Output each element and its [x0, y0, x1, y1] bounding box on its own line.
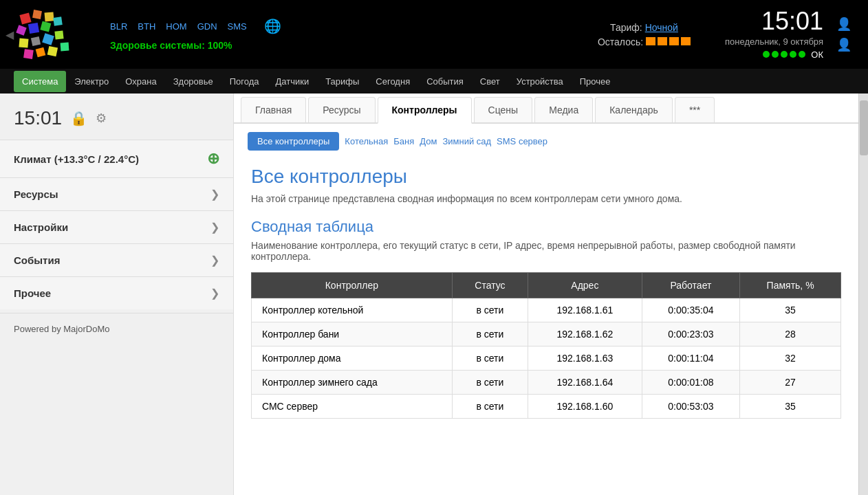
filter-zimniy-sad[interactable]: Зимний сад — [442, 132, 491, 151]
tab-more[interactable]: *** — [675, 97, 715, 122]
tariff-value-link[interactable]: Ночной — [645, 22, 678, 33]
lock-icon[interactable]: 🔒 — [70, 110, 87, 126]
ostalos-bars — [646, 37, 691, 45]
cell-status: в сети — [452, 298, 528, 322]
cell-memory: 27 — [740, 371, 841, 395]
nav-sms[interactable]: SMS — [228, 21, 247, 32]
scrollbar[interactable] — [858, 94, 868, 495]
svg-rect-6 — [53, 16, 63, 26]
status-dot-2 — [772, 51, 779, 58]
svg-rect-14 — [61, 43, 69, 52]
section-description: Наименование контроллера, его текущий ст… — [251, 240, 841, 262]
tariff-text: Тариф: Ночной — [598, 22, 691, 33]
table-row[interactable]: Контроллер бани в сети 192.168.1.62 0:00… — [252, 322, 841, 346]
ostalos-bar-4 — [681, 37, 691, 45]
nav-elektro[interactable]: Электро — [66, 71, 117, 92]
table-row[interactable]: СМС сервер в сети 192.168.1.60 0:00:53:0… — [252, 395, 841, 419]
tariff-label: Тариф: — [610, 22, 642, 33]
filter-kotelnaya[interactable]: Котельная — [345, 132, 388, 151]
ostalos-label: Осталось: — [598, 36, 643, 47]
filter-all[interactable]: Все контроллеры — [248, 132, 339, 151]
filter-sms-server[interactable]: SMS сервер — [497, 132, 547, 151]
scrollbar-thumb[interactable] — [860, 100, 868, 155]
nav-prochee[interactable]: Прочее — [572, 71, 619, 92]
tab-stseny[interactable]: Сцены — [474, 97, 533, 122]
nav-zdorovye[interactable]: Здоровье — [165, 71, 221, 92]
main-content: Главная Ресурсы Контроллеры Сцены Медиа … — [234, 94, 858, 495]
health-value: 100% — [208, 40, 232, 51]
tab-glavnaya[interactable]: Главная — [241, 97, 306, 122]
cell-status: в сети — [452, 395, 528, 419]
nav-ustroystva[interactable]: Устройства — [508, 71, 572, 92]
user-inactive-icon[interactable]: 👤 — [836, 37, 851, 52]
sidebar-item-nastroyki-label: Настройки — [14, 221, 68, 233]
tab-kontrollery[interactable]: Контроллеры — [378, 97, 472, 124]
nav-links-area: BLR BTH HOM GDN SMS 🌐 Здоровье системы: … — [96, 18, 577, 51]
status-dots — [763, 51, 805, 58]
table-row[interactable]: Контроллер котельной в сети 192.168.1.61… — [252, 298, 841, 322]
tabs-row: Главная Ресурсы Контроллеры Сцены Медиа … — [234, 94, 858, 124]
logo-area — [14, 7, 96, 62]
svg-rect-11 — [23, 49, 34, 59]
section-title: Сводная таблица — [251, 218, 841, 236]
main-navigation: Система Электро Охрана Здоровье Погода Д… — [0, 69, 868, 94]
col-header-controller: Контроллер — [252, 273, 453, 298]
cell-address: 192.168.1.61 — [528, 298, 642, 322]
filter-row: Все контроллеры Котельная Баня Дом Зимни… — [234, 124, 858, 159]
table-row[interactable]: Контроллер зимнего сада в сети 192.168.1… — [252, 371, 841, 395]
nav-bth[interactable]: BTH — [138, 21, 155, 32]
cell-address: 192.168.1.63 — [528, 346, 642, 371]
ostalos-bar-2 — [658, 37, 667, 45]
left-arrow-icon[interactable]: ◀ — [6, 29, 14, 41]
cell-controller-name: Контроллер бани — [252, 322, 453, 346]
status-ok: ОК — [725, 50, 823, 60]
tab-resursy[interactable]: Ресурсы — [308, 97, 375, 122]
ostalos-bar-3 — [669, 37, 679, 45]
nav-sobytiya[interactable]: События — [418, 71, 472, 92]
sidebar-item-sobytiya[interactable]: События ❯ — [0, 243, 233, 276]
nav-gdn[interactable]: GDN — [197, 21, 217, 32]
add-icon[interactable]: ⊕ — [207, 150, 219, 168]
powered-by: Powered by MajorDoMo — [0, 313, 233, 344]
nav-hom[interactable]: HOM — [166, 21, 186, 32]
svg-rect-8 — [31, 36, 41, 46]
logo — [14, 7, 83, 62]
nav-blr[interactable]: BLR — [110, 21, 127, 32]
filter-banya[interactable]: Баня — [393, 132, 414, 151]
nav-datchiki[interactable]: Датчики — [268, 71, 318, 92]
svg-rect-9 — [42, 33, 54, 45]
status-dot-5 — [799, 51, 805, 58]
sidebar-item-resursy[interactable]: Ресурсы ❯ — [0, 177, 233, 210]
gear-icon[interactable]: ⚙ — [96, 111, 107, 126]
nav-segodnya[interactable]: Сегодня — [367, 71, 418, 92]
header: ◀ B — [0, 0, 868, 69]
sidebar-time: 15:01 — [14, 107, 62, 129]
table-row[interactable]: Контроллер дома в сети 192.168.1.63 0:00… — [252, 346, 841, 371]
health-status: Здоровье системы: 100% — [110, 40, 577, 51]
globe-icon[interactable]: 🌐 — [264, 18, 281, 34]
nav-ohrana[interactable]: Охрана — [117, 71, 164, 92]
chevron-right-icon-2: ❯ — [210, 221, 219, 234]
nav-tarify[interactable]: Тарифы — [317, 71, 367, 92]
sidebar-item-nastroyki[interactable]: Настройки ❯ — [0, 210, 233, 243]
tab-kalendar[interactable]: Календарь — [595, 97, 673, 122]
nav-sistema[interactable]: Система — [14, 71, 66, 92]
ostalos-bar-1 — [646, 37, 655, 45]
cell-memory: 32 — [740, 346, 841, 371]
sidebar-item-prochee[interactable]: Прочее ❯ — [0, 276, 233, 309]
nav-pogoda[interactable]: Погода — [221, 71, 268, 92]
filter-dom[interactable]: Дом — [420, 132, 437, 151]
svg-rect-1 — [32, 10, 42, 19]
tab-media[interactable]: Медиа — [534, 97, 593, 122]
sidebar-time-area: 15:01 🔒 ⚙ — [0, 104, 233, 140]
svg-rect-3 — [16, 25, 26, 35]
content-layout: 15:01 🔒 ⚙ Климат (+13.3°C / 22.4°C) ⊕ Ре… — [0, 94, 868, 495]
user-active-icon[interactable]: 👤 — [836, 16, 851, 32]
sidebar-item-climat[interactable]: Климат (+13.3°C / 22.4°C) ⊕ — [0, 140, 233, 177]
nav-svet[interactable]: Свет — [472, 71, 508, 92]
page-body: Все контроллеры На этой странице предста… — [234, 159, 858, 432]
cell-controller-name: Контроллер зимнего сада — [252, 371, 453, 395]
header-time: 15:01 — [725, 9, 823, 34]
col-header-status: Статус — [452, 273, 528, 298]
chevron-right-icon: ❯ — [210, 188, 219, 201]
